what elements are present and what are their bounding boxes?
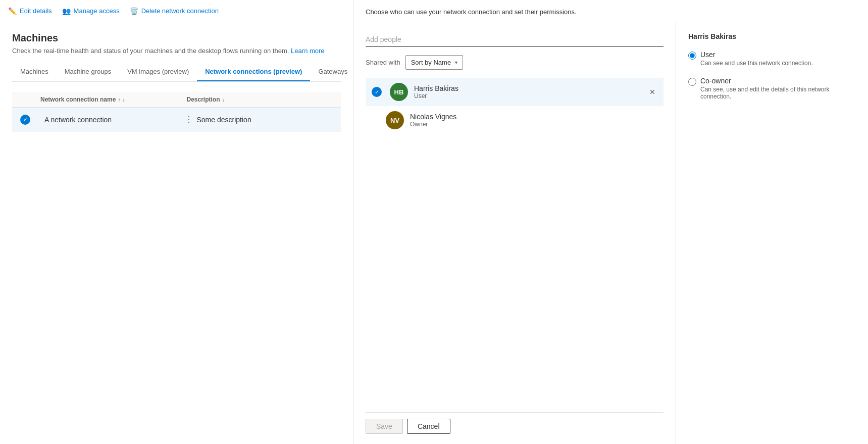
save-button[interactable]: Save — [366, 419, 403, 434]
page-title: Machines — [12, 32, 341, 44]
footer-buttons: Save Cancel — [366, 412, 663, 434]
tab-machine-groups[interactable]: Machine groups — [57, 63, 120, 81]
row-description: Some description — [197, 116, 333, 124]
permission-user-radio[interactable] — [688, 52, 696, 60]
shared-with-label: Shared with — [366, 59, 400, 66]
edit-label: Edit details — [20, 7, 52, 15]
shared-with-row: Shared with Sort by Name ▾ — [366, 55, 663, 70]
user-info-hb: Harris Bakiras User — [414, 84, 641, 100]
user-item-nv[interactable]: NV Nicolas Vignes Owner — [366, 106, 663, 134]
user-name-hb: Harris Bakiras — [414, 84, 641, 92]
user-name-nv: Nicolas Vignes — [410, 113, 657, 121]
row-check: ✓ — [20, 115, 40, 125]
permission-coowner-label: Co-owner — [700, 77, 856, 85]
user-item-hb[interactable]: ✓ HB Harris Bakiras User ✕ — [366, 78, 663, 106]
sort-desc-icon: ↓ — [122, 97, 125, 103]
table-row[interactable]: ✓ A network connection ⋮ Some descriptio… — [12, 108, 341, 132]
tab-gateways[interactable]: Gateways — [310, 63, 353, 81]
manage-icon: 👥 — [62, 7, 71, 15]
cancel-button[interactable]: Cancel — [407, 419, 450, 434]
people-section: Shared with Sort by Name ▾ ✓ HB Harris B… — [353, 22, 676, 444]
user-check-hb: ✓ — [372, 87, 382, 97]
user-role-hb: User — [414, 92, 641, 100]
tabs: Machines Machine groups VM images (previ… — [12, 63, 341, 82]
avatar-nv: NV — [386, 111, 404, 129]
edit-icon: ✏️ — [8, 7, 17, 15]
table-header: Network connection name ↑ ↓ Description … — [12, 92, 341, 108]
manage-label: Manage access — [74, 7, 120, 15]
desc-sort-icon: ↓ — [222, 97, 225, 103]
permission-coowner-desc: Can see, use and edit the details of thi… — [700, 86, 856, 100]
permission-user-details: User Can see and use this network connec… — [700, 51, 813, 67]
sort-select-label: Sort by Name — [411, 59, 451, 66]
right-body: Shared with Sort by Name ▾ ✓ HB Harris B… — [353, 22, 868, 444]
add-people-input[interactable] — [366, 32, 663, 47]
tab-network-connections[interactable]: Network connections (preview) — [197, 63, 310, 81]
delete-label: Delete network connection — [141, 7, 219, 15]
action-footer: Save Cancel — [366, 402, 663, 434]
learn-more-link[interactable]: Learn more — [291, 47, 324, 55]
avatar-hb: HB — [390, 83, 408, 101]
permissions-section: Harris Bakiras User Can see and use this… — [676, 22, 868, 444]
permission-coowner-radio[interactable] — [688, 78, 696, 86]
delete-button[interactable]: 🗑️ Delete network connection — [130, 7, 219, 15]
edit-details-button[interactable]: ✏️ Edit details — [8, 7, 52, 15]
right-panel-header: Choose who can use your network connecti… — [353, 0, 868, 22]
check-icon: ✓ — [20, 115, 30, 125]
permission-coowner-details: Co-owner Can see, use and edit the detai… — [700, 77, 856, 100]
content-area: Machines Check the real-time health and … — [0, 22, 353, 444]
more-options-icon[interactable]: ⋮ — [181, 115, 197, 124]
page-subtitle: Check the real-time health and status of… — [12, 47, 341, 55]
right-panel: Choose who can use your network connecti… — [353, 0, 868, 444]
permission-user: User Can see and use this network connec… — [688, 51, 856, 67]
permission-user-desc: Can see and use this network connection. — [700, 60, 813, 67]
chevron-down-icon: ▾ — [455, 60, 457, 65]
user-info-nv: Nicolas Vignes Owner — [410, 113, 657, 128]
user-list: ✓ HB Harris Bakiras User ✕ NV — [366, 78, 663, 134]
remove-user-hb-button[interactable]: ✕ — [647, 86, 657, 98]
left-panel: ✏️ Edit details 👥 Manage access 🗑️ Delet… — [0, 0, 353, 444]
user-role-nv: Owner — [410, 121, 657, 128]
sort-asc-icon: ↑ — [118, 97, 120, 103]
sort-select[interactable]: Sort by Name ▾ — [405, 55, 463, 70]
col-desc-header[interactable]: Description ↓ — [187, 96, 333, 103]
manage-access-button[interactable]: 👥 Manage access — [62, 7, 120, 15]
col-name-header[interactable]: Network connection name ↑ ↓ — [40, 96, 187, 103]
selected-user-name: Harris Bakiras — [688, 32, 856, 40]
tab-machines[interactable]: Machines — [12, 63, 57, 81]
delete-icon: 🗑️ — [130, 7, 138, 15]
row-name: A network connection — [40, 116, 181, 124]
permission-coowner: Co-owner Can see, use and edit the detai… — [688, 77, 856, 100]
toolbar: ✏️ Edit details 👥 Manage access 🗑️ Delet… — [0, 0, 353, 22]
permission-user-label: User — [700, 51, 813, 59]
tab-vm-images[interactable]: VM images (preview) — [119, 63, 197, 81]
right-subtitle: Choose who can use your network connecti… — [366, 8, 856, 16]
